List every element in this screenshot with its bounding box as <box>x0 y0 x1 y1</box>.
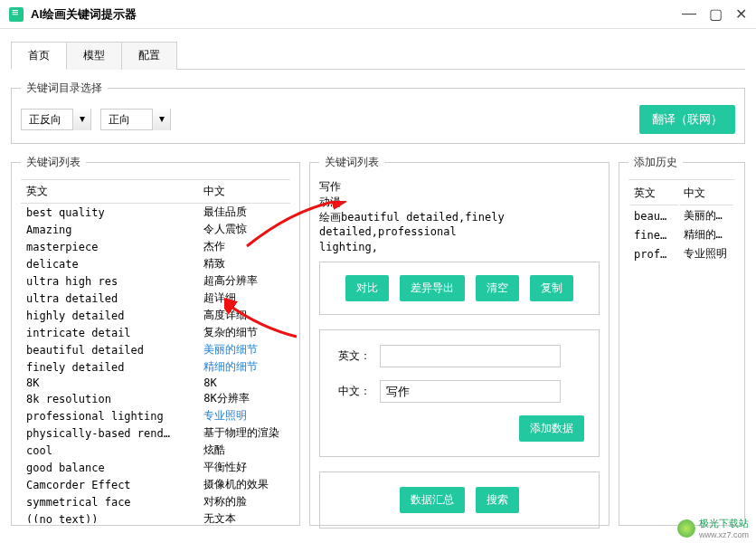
data-summary-button[interactable]: 数据汇总 <box>400 487 465 513</box>
hist-col-chinese[interactable]: 中文 <box>680 182 734 205</box>
history-legend: 添加历史 <box>628 155 683 170</box>
keyword-table-scroll[interactable]: 英文 中文 best quality最佳品质Amazing令人震惊masterp… <box>21 179 290 523</box>
chevron-down-icon[interactable]: ▾ <box>72 109 90 130</box>
tab-config[interactable]: 配置 <box>121 42 177 70</box>
table-row[interactable]: cool炫酷 <box>21 442 290 459</box>
table-row[interactable]: delicate精致 <box>21 255 290 272</box>
select-direction-2[interactable]: 正向 ▾ <box>100 109 171 130</box>
table-row[interactable]: prof…专业照明 <box>630 245 733 262</box>
search-row: 数据汇总 搜索 <box>319 472 600 529</box>
table-row[interactable]: ((no text))无文本 <box>21 510 290 523</box>
table-row[interactable]: 8K8K <box>21 376 290 390</box>
close-button[interactable]: ✕ <box>735 5 747 23</box>
compare-button[interactable]: 对比 <box>345 275 389 301</box>
watermark: 极光下载站 www.xz7.com <box>677 517 749 539</box>
table-row[interactable]: symmetrical face对称的脸 <box>21 493 290 510</box>
history-panel: 添加历史 英文 中文 beau…美丽的细节fine…精细的细节prof…专业照明 <box>619 155 745 526</box>
keyword-list-legend: 关键词列表 <box>21 155 86 170</box>
tab-home[interactable]: 首页 <box>11 42 67 70</box>
add-data-button[interactable]: 添加数据 <box>519 415 584 442</box>
table-row[interactable]: finely detailed精细的细节 <box>21 358 290 376</box>
english-input[interactable] <box>380 345 561 367</box>
table-row[interactable]: fine…精细的细节 <box>630 226 733 243</box>
tab-model[interactable]: 模型 <box>66 42 122 70</box>
hist-col-english[interactable]: 英文 <box>630 182 678 205</box>
table-row[interactable]: Camcorder Effect摄像机的效果 <box>21 476 290 493</box>
label-english: 英文： <box>335 348 371 364</box>
col-english[interactable]: 英文 <box>21 180 198 204</box>
table-row[interactable]: beau…美丽的细节 <box>630 207 733 224</box>
mid-legend: 关键词列表 <box>319 155 384 170</box>
table-row[interactable]: Amazing令人震惊 <box>21 221 290 238</box>
col-chinese[interactable]: 中文 <box>198 180 290 204</box>
chevron-down-icon[interactable]: ▾ <box>152 109 170 130</box>
table-row[interactable]: best quality最佳品质 <box>21 204 290 222</box>
history-table: 英文 中文 beau…美丽的细节fine…精细的细节prof…专业照明 <box>628 180 735 264</box>
table-row[interactable]: masterpiece杰作 <box>21 238 290 255</box>
table-row[interactable]: professional lighting专业照明 <box>21 407 290 424</box>
add-form: 英文： 中文： 添加数据 <box>319 329 600 457</box>
diff-export-button[interactable]: 差异导出 <box>400 275 465 301</box>
translate-button[interactable]: 翻译（联网） <box>639 105 735 134</box>
minimize-button[interactable]: — <box>682 5 696 23</box>
table-row[interactable]: ultra detailed超详细 <box>21 290 290 307</box>
table-row[interactable]: ultra high res超高分辨率 <box>21 272 290 290</box>
clear-button[interactable]: 清空 <box>476 275 519 301</box>
table-row[interactable]: physically-based rend…基于物理的渲染 <box>21 424 290 442</box>
table-row[interactable]: intricate detail复杂的细节 <box>21 324 290 341</box>
keyword-list-panel: 关键词列表 英文 中文 best quality最佳品质Amazing令人震惊m… <box>11 155 300 526</box>
label-chinese: 中文： <box>335 384 371 399</box>
mid-panel: 关键词列表 写作 动漫 绘画beautiful detailed,finely … <box>309 155 610 526</box>
directory-legend: 关键词目录选择 <box>21 81 108 96</box>
keyword-table: 英文 中文 best quality最佳品质Amazing令人震惊masterp… <box>21 180 290 523</box>
select-direction-1[interactable]: 正反向 ▾ <box>21 109 91 130</box>
watermark-icon <box>677 519 695 538</box>
table-row[interactable]: highly detailed高度详细 <box>21 307 290 324</box>
title-bar: AI绘画关键词提示器 — ▢ ✕ <box>0 0 756 29</box>
chinese-input[interactable] <box>380 380 561 403</box>
table-row[interactable]: good balance平衡性好 <box>21 459 290 476</box>
copy-button[interactable]: 复制 <box>530 275 573 301</box>
directory-fieldset: 关键词目录选择 正反向 ▾ 正向 ▾ 翻译（联网） <box>11 81 745 144</box>
mid-button-row: 对比 差异导出 清空 复制 <box>319 262 600 315</box>
main-tabs: 首页 模型 配置 <box>0 29 756 70</box>
maximize-button[interactable]: ▢ <box>709 5 723 23</box>
window-title: AI绘画关键词提示器 <box>31 6 137 23</box>
table-row[interactable]: 8k resolution8K分辨率 <box>21 390 290 407</box>
search-button[interactable]: 搜索 <box>476 487 519 513</box>
mid-text-preview: 写作 动漫 绘画beautiful detailed,finely detail… <box>319 179 600 247</box>
table-row[interactable]: beautiful detailed美丽的细节 <box>21 341 290 358</box>
app-icon <box>9 7 24 22</box>
